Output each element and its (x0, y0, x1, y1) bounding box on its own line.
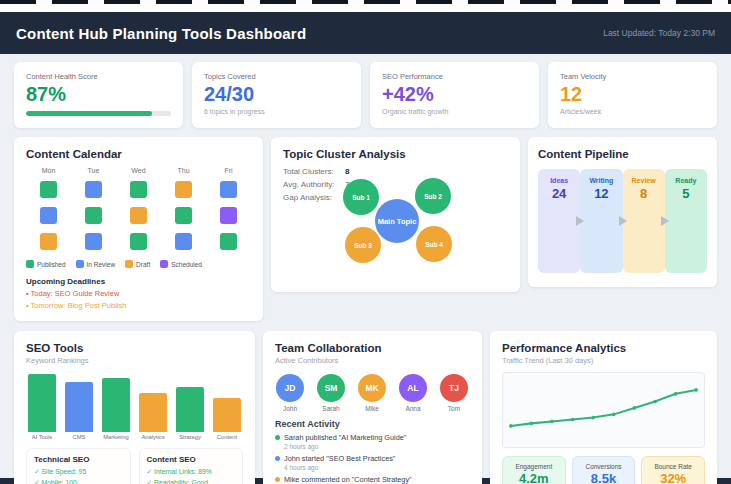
middle-row: Content Calendar MonTueWedThuFri Publish… (14, 137, 717, 321)
pipeline-stage[interactable]: Writing12 (580, 169, 622, 273)
calendar-cell[interactable] (175, 233, 192, 250)
pipeline-stage[interactable]: Ideas24 (538, 169, 580, 273)
bar-column (213, 374, 241, 432)
calendar-cell[interactable] (220, 207, 237, 224)
activity-list: Sarah published "AI Marketing Guide"2 ho… (275, 433, 470, 484)
analytics-title: Performance Analytics (502, 342, 705, 354)
content-calendar-card: Content Calendar MonTueWedThuFri Publish… (14, 137, 263, 321)
legend-color-swatch (76, 260, 84, 268)
stat-label: Engagement (507, 463, 561, 470)
pipeline-arrow-icon (576, 216, 584, 226)
bar-category-label: Marketing (102, 434, 130, 440)
pipeline-stages: Ideas24Writing12Review8Ready5 (538, 169, 707, 273)
calendar-cell[interactable] (175, 181, 192, 198)
kpi-card-content-health: Content Health Score 87% (14, 62, 183, 128)
legend-item: Published (26, 260, 66, 268)
member-name: Anna (405, 405, 420, 412)
pipeline-stage-count: 8 (625, 186, 663, 201)
calendar-cell[interactable] (130, 233, 147, 250)
dashboard-body: Content Health Score 87% Topics Covered … (0, 54, 731, 478)
calendar-day-label: Wed (131, 167, 145, 174)
cluster-stat-value: 8 (345, 167, 349, 176)
activity-text: Sarah published "AI Marketing Guide" (284, 433, 406, 442)
seo-audit-item: ✓ Mobile: 100 (34, 479, 123, 484)
kpi-value: 12 (560, 84, 705, 105)
calendar-day-headers: MonTueWedThuFri (26, 167, 251, 174)
cluster-bubble: Sub 1 (343, 179, 379, 215)
pipeline-stage-label: Ready (667, 177, 705, 184)
calendar-cell[interactable] (40, 233, 57, 250)
calendar-cell[interactable] (175, 207, 192, 224)
traffic-trend-subtitle: Traffic Trend (Last 30 days) (502, 356, 705, 365)
stat-label: Bounce Rate (646, 463, 700, 470)
seo-audit-box-title: Technical SEO (34, 455, 123, 464)
stat-box: Engagement4.2m+18% (502, 456, 566, 484)
calendar-cell[interactable] (40, 207, 57, 224)
keyword-rankings-labels: AI ToolsCMSMarketingAnalyticsStrategyCon… (26, 434, 243, 440)
calendar-cell[interactable] (85, 207, 102, 224)
avatar[interactable]: MK (358, 374, 386, 402)
bar-column (176, 374, 204, 432)
bar-category-label: CMS (65, 434, 93, 440)
kpi-card-seo-performance: SEO Performance +42% Organic traffic gro… (370, 62, 539, 128)
legend-item: Scheduled (160, 260, 202, 268)
activity-item: Mike commented on "Content Strategy"6 ho… (275, 475, 470, 484)
content-pipeline-card: Content Pipeline Ideas24Writing12Review8… (528, 137, 717, 287)
pipeline-arrow-icon (619, 216, 627, 226)
cluster-bubble: Sub 3 (345, 227, 381, 263)
avatar[interactable]: AL (399, 374, 427, 402)
bar-category-label: Strategy (176, 434, 204, 440)
legend-label: Draft (136, 261, 150, 268)
avatar[interactable]: JD (276, 374, 304, 402)
pipeline-stage[interactable]: Review8 (623, 169, 665, 273)
kpi-row: Content Health Score 87% Topics Covered … (14, 62, 717, 128)
trend-line-chart (503, 373, 704, 447)
cluster-stat-label: Avg. Authority: (283, 180, 345, 189)
contributor-avatars: JDJohnSMSarahMKMikeALAnnaTJTom (275, 374, 470, 412)
calendar-cell[interactable] (220, 233, 237, 250)
cluster-stat-row: Total Clusters:8 (283, 167, 423, 176)
activity-line: Mike commented on "Content Strategy" (275, 475, 470, 484)
keyword-bar (139, 393, 167, 432)
calendar-cell[interactable] (40, 181, 57, 198)
calendar-cell[interactable] (130, 181, 147, 198)
cluster-bubble: Main Topic (375, 199, 419, 243)
keyword-rankings-subtitle: Keyword Rankings (26, 356, 243, 365)
calendar-cell[interactable] (85, 181, 102, 198)
legend-item: In Review (76, 260, 116, 268)
calendar-day-label: Mon (42, 167, 56, 174)
stat-value: 4.2m (507, 471, 561, 484)
avatar[interactable]: SM (317, 374, 345, 402)
calendar-cell[interactable] (85, 233, 102, 250)
seo-audit-box-title: Content SEO (147, 455, 236, 464)
calendar-cell[interactable] (130, 207, 147, 224)
seo-tools-title: SEO Tools (26, 342, 243, 354)
pipeline-stage[interactable]: Ready5 (665, 169, 707, 273)
cluster-bubble: Sub 2 (415, 178, 451, 214)
team-member: MKMike (357, 374, 387, 412)
member-name: John (283, 405, 297, 412)
seo-audit-boxes: Technical SEO✓ Site Speed: 95✓ Mobile: 1… (26, 448, 243, 484)
seo-tools-card: SEO Tools Keyword Rankings AI ToolsCMSMa… (14, 331, 255, 484)
activity-text: John started "SEO Best Practices" (284, 454, 395, 463)
kpi-label: Content Health Score (26, 72, 171, 81)
calendar-title: Content Calendar (26, 148, 251, 160)
deadlines-list: • Today: SEO Guide Review• Tomorrow: Blo… (26, 289, 251, 310)
page-title: Content Hub Planning Tools Dashboard (16, 25, 306, 42)
avatar[interactable]: TJ (440, 374, 468, 402)
team-title: Team Collaboration (275, 342, 470, 354)
cluster-stat-label: Gap Analysis: (283, 193, 345, 202)
cluster-title: Topic Cluster Analysis (283, 148, 508, 160)
last-updated-label: Last Updated: Today 2:30 PM (603, 28, 715, 38)
calendar-day-label: Fri (224, 167, 232, 174)
kpi-value: 24/30 (204, 84, 349, 105)
kpi-card-topics-covered: Topics Covered 24/30 6 topics in progres… (192, 62, 361, 128)
activity-timestamp: 2 hours ago (284, 443, 470, 450)
calendar-grid (26, 181, 251, 250)
team-member: JDJohn (275, 374, 305, 412)
kpi-value: 87% (26, 84, 171, 105)
keyword-bar (102, 378, 130, 432)
app-header: Content Hub Planning Tools Dashboard Las… (0, 12, 731, 54)
kpi-label: Team Velocity (560, 72, 705, 81)
calendar-cell[interactable] (220, 181, 237, 198)
